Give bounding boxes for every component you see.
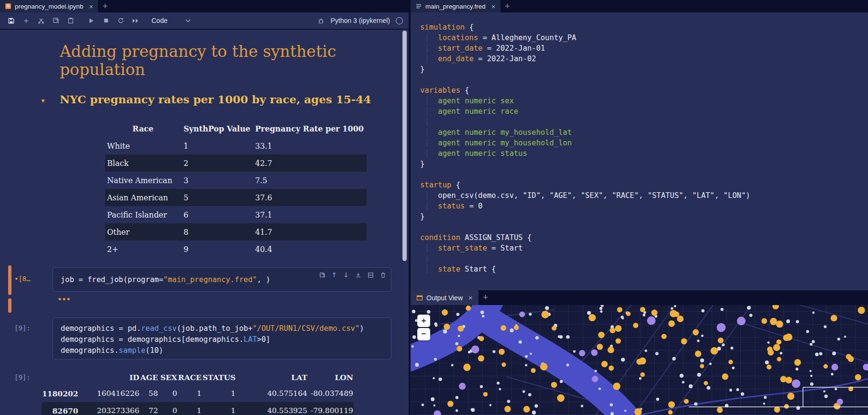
cell-type-label: Code bbox=[152, 17, 167, 24]
output-view-icon bbox=[416, 295, 423, 301]
table-row: 2+940.4 bbox=[105, 240, 367, 258]
map-view[interactable]: + − bbox=[411, 305, 868, 415]
execution-prompt: •[8… bbox=[14, 275, 48, 283]
notebook-file-icon bbox=[5, 3, 11, 10]
save-icon[interactable] bbox=[4, 15, 19, 27]
copy-cells-icon[interactable] bbox=[48, 15, 63, 27]
markdown-title: Adding pregnancy to the synthetic popula… bbox=[60, 43, 361, 79]
close-icon[interactable]: × bbox=[89, 3, 93, 10]
run-all-cells-icon[interactable] bbox=[128, 15, 143, 27]
code-cell-fred-job[interactable]: ↑ ↓ job = fred_job(program="main_pregnan… bbox=[53, 267, 391, 292]
notebook-toolbar: + Code Python 3 (ipykernel) bbox=[0, 12, 409, 29]
tab-title: main_pregnancy.fred bbox=[425, 3, 486, 10]
close-icon[interactable]: × bbox=[468, 294, 473, 301]
paste-cells-icon[interactable] bbox=[63, 15, 78, 27]
code-cell-demographics[interactable]: demographics = pd.read_csv(job.path_to_j… bbox=[53, 317, 391, 360]
kernel-name[interactable]: Python 3 (ipykernel) bbox=[330, 17, 390, 24]
tab-title: Output View bbox=[426, 294, 463, 302]
fred-code-editor[interactable]: simulation { locations = Allegheny_Count… bbox=[411, 12, 868, 290]
cell-collapse-bar[interactable] bbox=[8, 298, 11, 313]
collapsed-output-button[interactable]: ••• bbox=[58, 295, 71, 304]
editor-tabbar: main_pregnancy.fred × + bbox=[411, 0, 868, 12]
cell-collapse-bar[interactable] bbox=[8, 265, 11, 295]
tab-output-view[interactable]: Output View × bbox=[411, 290, 478, 305]
fred-file-icon bbox=[415, 3, 422, 10]
table-row: White133.1 bbox=[105, 137, 367, 154]
execution-prompt: [9]: bbox=[14, 324, 48, 332]
table-row: 826702032733667201140.553925-79.800119 bbox=[42, 402, 354, 415]
notebook-pane: pregnancy_model.ipynb × + + Code Python … bbox=[0, 0, 409, 415]
map-highway bbox=[640, 377, 868, 415]
table-row: Pacific Islander637.1 bbox=[105, 206, 367, 223]
add-cell-icon[interactable]: + bbox=[19, 15, 33, 27]
demographics-dataframe: IDAGESEXRACESTATUSLATLON1180202160416226… bbox=[42, 370, 354, 415]
close-icon[interactable]: × bbox=[491, 3, 496, 10]
table-row: Native American37.5 bbox=[105, 172, 367, 189]
tab-pregnancy-model[interactable]: pregnancy_model.ipynb × bbox=[0, 0, 98, 12]
new-tab-button[interactable]: + bbox=[500, 0, 515, 12]
new-tab-button[interactable]: + bbox=[98, 0, 112, 12]
map-zoom-control: + − bbox=[417, 315, 430, 340]
table-row: Other841.7 bbox=[105, 223, 367, 240]
table-row: 11802021604162265801140.575164-80.037489 bbox=[42, 385, 354, 402]
debugger-bug-icon[interactable] bbox=[317, 17, 325, 24]
cut-cells-icon[interactable] bbox=[33, 15, 48, 27]
tab-title: pregnancy_model.ipynb bbox=[15, 3, 83, 10]
notebook-tabbar: pregnancy_model.ipynb × + bbox=[0, 0, 409, 12]
restart-kernel-icon[interactable] bbox=[113, 15, 128, 27]
notebook-content: Adding pregnancy to the synthetic popula… bbox=[0, 30, 409, 415]
pregnancy-rates-table: RaceSynthPop ValuePregnancy Rate per 100… bbox=[105, 120, 367, 258]
stop-kernel-icon[interactable] bbox=[98, 15, 113, 27]
section-heading: NYC pregnancy rates per 1000 by race, ag… bbox=[60, 93, 371, 106]
kernel-status-icon bbox=[396, 17, 403, 24]
section-collapse-icon[interactable]: ▼ bbox=[40, 98, 46, 104]
new-tab-button[interactable]: + bbox=[478, 290, 493, 305]
scrollbar[interactable] bbox=[402, 31, 407, 261]
table-row: Asian American537.6 bbox=[105, 189, 367, 206]
editor-pane: main_pregnancy.fred × + simulation { loc… bbox=[411, 0, 868, 415]
map-river bbox=[411, 305, 635, 415]
run-cell-icon[interactable] bbox=[84, 15, 98, 27]
table-row: Black242.7 bbox=[105, 154, 367, 172]
zoom-in-button[interactable]: + bbox=[417, 315, 430, 327]
chevron-down-icon bbox=[185, 19, 191, 22]
cell-type-dropdown[interactable]: Code bbox=[152, 17, 191, 24]
output-view-tabbar: Output View × + bbox=[411, 290, 868, 305]
zoom-out-button[interactable]: − bbox=[417, 328, 430, 340]
tab-main-pregnancy-fred[interactable]: main_pregnancy.fred × bbox=[411, 0, 500, 12]
map-canvas bbox=[411, 305, 868, 415]
